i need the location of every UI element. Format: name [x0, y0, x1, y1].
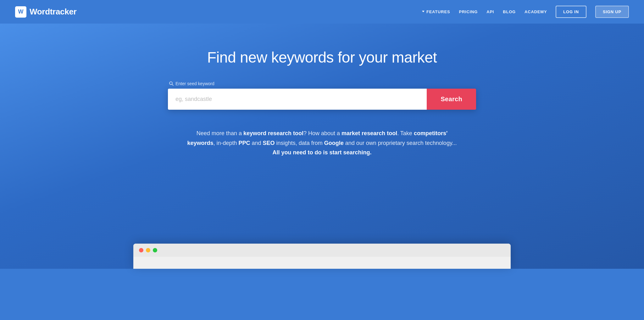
- nav-item-academy[interactable]: ACADEMY: [525, 9, 547, 14]
- login-button[interactable]: LOG IN: [556, 6, 586, 18]
- search-input[interactable]: [168, 89, 427, 110]
- keyword-research-bold: keyword research tool: [243, 130, 303, 136]
- nav-item-pricing[interactable]: PRICING: [459, 9, 478, 14]
- search-label: Enter seed keyword: [168, 81, 476, 86]
- signup-button[interactable]: SIGN UP: [595, 6, 629, 18]
- logo[interactable]: W Wordtracker: [15, 6, 76, 18]
- hero-description: Need more than a keyword research tool? …: [184, 129, 460, 157]
- search-button[interactable]: Search: [427, 89, 476, 110]
- hero-section: Find new keywords for your market Enter …: [0, 24, 644, 269]
- search-bar: Search: [168, 89, 476, 110]
- search-section: Enter seed keyword Search: [168, 81, 476, 110]
- google-bold: Google: [324, 140, 344, 146]
- browser-titlebar: [133, 244, 511, 257]
- browser-preview: [133, 244, 511, 269]
- market-research-bold: market research tool: [341, 130, 397, 136]
- chevron-down-icon: [422, 11, 425, 12]
- search-icon: [169, 81, 174, 86]
- nav-item-features[interactable]: FEATURES: [422, 9, 450, 14]
- ppc-bold: PPC: [239, 140, 250, 146]
- browser-dot-yellow: [146, 248, 150, 252]
- logo-icon: W: [15, 6, 26, 18]
- nav: FEATURES PRICING API BLOG ACADEMY LOG IN…: [422, 6, 629, 18]
- browser-dot-red: [139, 248, 143, 252]
- browser-dot-green: [153, 248, 157, 252]
- logo-text: Wordtracker: [30, 7, 76, 17]
- nav-item-blog[interactable]: BLOG: [503, 9, 516, 14]
- seo-bold: SEO: [263, 140, 275, 146]
- hero-title: Find new keywords for your market: [207, 49, 437, 66]
- header: W Wordtracker FEATURES PRICING API BLOG …: [0, 0, 644, 24]
- svg-line-1: [172, 84, 173, 86]
- competitors-keywords-bold: competitors' keywords: [187, 130, 447, 146]
- nav-item-api[interactable]: API: [486, 9, 494, 14]
- cta-bold: All you need to do is start searching.: [272, 149, 371, 156]
